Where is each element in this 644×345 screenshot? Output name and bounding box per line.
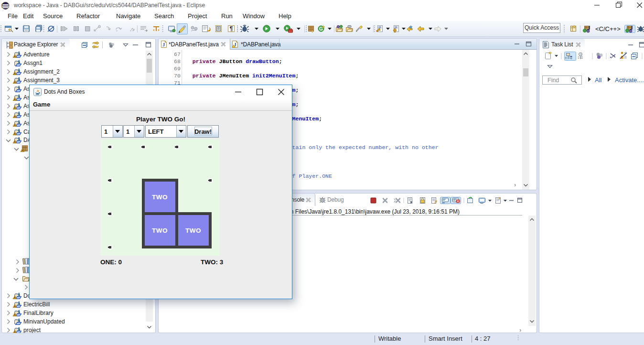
svg-text:J: J: [162, 42, 165, 47]
svg-text:<C/C++>: <C/C++>: [595, 25, 621, 32]
svg-text:¶: ¶: [230, 25, 233, 32]
